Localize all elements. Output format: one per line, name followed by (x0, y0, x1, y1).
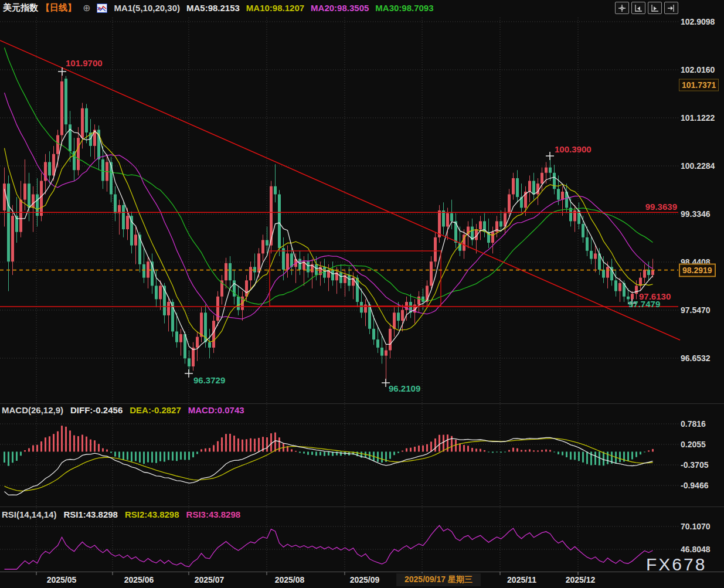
price-annotation: 97.7479 (628, 299, 660, 309)
price-axis-label: 102.9098 (681, 17, 715, 26)
macd-diff-value: DIFF:-0.2456 (70, 405, 123, 415)
chart-header: 美元指数 【日线】 ⊕ MA1(5,10,20,30) MA5:98.2153 … (3, 2, 434, 13)
price-axis-label: 101.1222 (681, 113, 715, 123)
date-axis-label: 2025/06 (124, 575, 154, 584)
compress-left-icon[interactable] (631, 2, 645, 14)
macd-dea-value: DEA:-0.2827 (130, 405, 181, 415)
price-axis-label: 100.2284 (681, 161, 715, 171)
ma30-value: MA30:98.7093 (375, 3, 433, 13)
symbol-title: 美元指数 (3, 2, 38, 13)
macd-axis-label: -0.9466 (681, 481, 708, 490)
rsi-axis-label: 46.8048 (681, 545, 711, 554)
compress-right-icon[interactable] (648, 2, 662, 14)
macd-params[interactable]: MACD(26,12,9) (2, 405, 63, 415)
ma-settings-label[interactable]: MA1(5,10,20,30) (114, 3, 180, 13)
last-price-label: 98.2919 (679, 263, 716, 277)
price-axis-label: 96.6532 (681, 354, 711, 363)
price-annotation: 96.3729 (193, 375, 225, 385)
price-axis-label: 99.3346 (681, 209, 711, 219)
ma5-value: MA5:98.2153 (186, 3, 240, 13)
macd-axis-label: 0.2055 (681, 440, 706, 449)
macd-macd-value: MACD:0.0743 (188, 405, 244, 415)
ma20-value: MA20:98.3505 (311, 3, 369, 13)
crosshair-date-label: 2025/09/17 星期三 (396, 573, 481, 586)
date-axis-label: 2025/07 (195, 575, 225, 584)
crosshair-price-label: 101.7371 (679, 79, 719, 91)
price-annotation: 99.3639 (598, 202, 677, 212)
move-crosshair-icon[interactable] (615, 2, 629, 14)
date-axis-label: 2025/12 (566, 575, 596, 584)
rsi-axis-label: 70.1070 (681, 522, 711, 531)
price-annotation: 101.9700 (66, 58, 103, 68)
macd-axis-label: -0.3705 (681, 460, 708, 470)
macd-header: MACD(26,12,9) DIFF:-0.2456 DEA:-0.2827 M… (2, 405, 244, 415)
price-axis-label: 97.5470 (681, 305, 711, 315)
rsi3-value: RSI3:43.8298 (186, 509, 241, 519)
goto-latest-icon[interactable] (664, 2, 678, 14)
macd-axis-label: 0.7816 (681, 419, 706, 429)
date-axis-label: 2025/05 (47, 575, 77, 584)
chart-canvas[interactable] (0, 0, 724, 588)
period-label[interactable]: 【日线】 (41, 2, 76, 13)
kline-style-icon[interactable] (97, 4, 107, 13)
rsi-header: RSI(14,14,14) RSI1:43.8298 RSI2:43.8298 … (2, 509, 240, 519)
watermark: FX678 (646, 555, 706, 575)
rsi-params[interactable]: RSI(14,14,14) (2, 509, 56, 519)
date-axis-label: 2025/09 (350, 575, 380, 584)
chart-toolbar (615, 2, 678, 14)
chart-app: 美元指数 【日线】 ⊕ MA1(5,10,20,30) MA5:98.2153 … (0, 0, 724, 588)
rsi1-value: RSI1:43.8298 (63, 509, 118, 519)
date-axis-label: 2025/11 (507, 575, 536, 584)
add-indicator-icon[interactable]: ⊕ (83, 2, 90, 13)
rsi2-value: RSI2:43.8298 (125, 509, 179, 519)
ma10-value: MA10:98.1207 (246, 3, 304, 13)
price-annotation: 96.2109 (389, 383, 420, 393)
date-axis-label: 2025/08 (275, 575, 305, 584)
price-axis-label: 102.0160 (681, 65, 715, 74)
price-annotation: 100.3900 (555, 144, 592, 154)
